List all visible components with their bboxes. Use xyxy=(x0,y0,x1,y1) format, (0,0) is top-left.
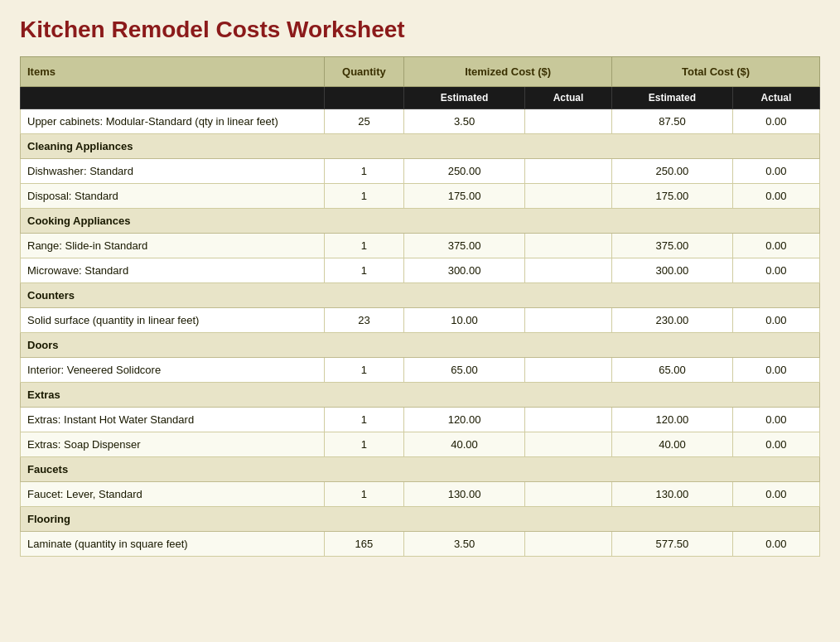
item-est-cost: 250.00 xyxy=(404,159,525,184)
item-name: Laminate (quantity in square feet) xyxy=(21,532,325,557)
item-tot-actual: 0.00 xyxy=(732,408,819,432)
header-itemized-estimated: Estimated xyxy=(404,87,525,109)
header-row-primary: Items Quantity Itemized Cost ($) Total C… xyxy=(21,57,820,87)
header-itemized-actual: Actual xyxy=(524,87,611,109)
item-tot-actual: 0.00 xyxy=(732,532,819,557)
header-blank-qty xyxy=(324,87,404,109)
item-qty: 1 xyxy=(324,234,404,258)
item-est-cost: 3.50 xyxy=(404,109,525,134)
item-actual-cost xyxy=(524,184,611,209)
category-label: Flooring xyxy=(21,507,820,532)
item-qty: 1 xyxy=(324,482,404,507)
item-est-cost: 10.00 xyxy=(404,308,525,333)
page-title: Kitchen Remodel Costs Worksheet xyxy=(20,17,820,43)
category-row: Cooking Appliances xyxy=(21,209,820,234)
item-tot-est: 175.00 xyxy=(612,184,733,209)
category-row: Doors xyxy=(21,333,820,358)
item-tot-actual: 0.00 xyxy=(732,234,819,258)
table-row: Dishwasher: Standard 1 250.00 250.00 0.0… xyxy=(21,159,820,184)
category-row: Counters xyxy=(21,283,820,308)
item-actual-cost xyxy=(524,482,611,507)
header-total-actual: Actual xyxy=(732,87,819,109)
item-actual-cost xyxy=(524,432,611,457)
category-row: Cleaning Appliances xyxy=(21,134,820,159)
table-row: Extras: Soap Dispenser 1 40.00 40.00 0.0… xyxy=(21,432,820,457)
item-actual-cost xyxy=(524,408,611,432)
category-label: Faucets xyxy=(21,457,820,482)
category-row: Faucets xyxy=(21,457,820,482)
item-est-cost: 375.00 xyxy=(404,234,525,258)
item-name: Disposal: Standard xyxy=(21,184,325,209)
table-row: Faucet: Lever, Standard 1 130.00 130.00 … xyxy=(21,482,820,507)
header-total-estimated: Estimated xyxy=(612,87,733,109)
table-row: Extras: Instant Hot Water Standard 1 120… xyxy=(21,408,820,432)
item-est-cost: 175.00 xyxy=(404,184,525,209)
item-est-cost: 40.00 xyxy=(404,432,525,457)
item-actual-cost xyxy=(524,258,611,283)
table-row: Upper cabinets: Modular-Standard (qty in… xyxy=(21,109,820,134)
item-name: Extras: Instant Hot Water Standard xyxy=(21,408,325,432)
item-tot-est: 87.50 xyxy=(612,109,733,134)
item-est-cost: 65.00 xyxy=(404,358,525,383)
table-body: Upper cabinets: Modular-Standard (qty in… xyxy=(21,109,820,557)
header-quantity: Quantity xyxy=(324,57,404,87)
item-tot-actual: 0.00 xyxy=(732,159,819,184)
item-tot-actual: 0.00 xyxy=(732,482,819,507)
item-name: Upper cabinets: Modular-Standard (qty in… xyxy=(21,109,325,134)
item-qty: 1 xyxy=(324,432,404,457)
item-name: Extras: Soap Dispenser xyxy=(21,432,325,457)
item-tot-actual: 0.00 xyxy=(732,184,819,209)
item-name: Interior: Veneered Solidcore xyxy=(21,358,325,383)
item-est-cost: 3.50 xyxy=(404,532,525,557)
category-row: Extras xyxy=(21,383,820,408)
item-name: Dishwasher: Standard xyxy=(21,159,325,184)
header-items: Items xyxy=(21,57,325,87)
item-actual-cost xyxy=(524,234,611,258)
item-qty: 1 xyxy=(324,408,404,432)
table-row: Interior: Veneered Solidcore 1 65.00 65.… xyxy=(21,358,820,383)
item-tot-est: 40.00 xyxy=(612,432,733,457)
item-actual-cost xyxy=(524,532,611,557)
item-actual-cost xyxy=(524,308,611,333)
table-row: Microwave: Standard 1 300.00 300.00 0.00 xyxy=(21,258,820,283)
item-est-cost: 300.00 xyxy=(404,258,525,283)
category-label: Counters xyxy=(21,283,820,308)
category-label: Doors xyxy=(21,333,820,358)
table-row: Range: Slide-in Standard 1 375.00 375.00… xyxy=(21,234,820,258)
category-label: Cleaning Appliances xyxy=(21,134,820,159)
item-tot-actual: 0.00 xyxy=(732,109,819,134)
item-tot-est: 250.00 xyxy=(612,159,733,184)
item-tot-est: 120.00 xyxy=(612,408,733,432)
table-row: Solid surface (quantity in linear feet) … xyxy=(21,308,820,333)
header-row-secondary: Estimated Actual Estimated Actual xyxy=(21,87,820,109)
item-est-cost: 130.00 xyxy=(404,482,525,507)
item-est-cost: 120.00 xyxy=(404,408,525,432)
item-actual-cost xyxy=(524,358,611,383)
item-name: Range: Slide-in Standard xyxy=(21,234,325,258)
item-qty: 165 xyxy=(324,532,404,557)
item-tot-est: 375.00 xyxy=(612,234,733,258)
item-tot-est: 230.00 xyxy=(612,308,733,333)
item-actual-cost xyxy=(524,159,611,184)
header-blank-items xyxy=(21,87,325,109)
page-container: Kitchen Remodel Costs Worksheet Items Qu… xyxy=(0,0,840,573)
item-tot-actual: 0.00 xyxy=(732,432,819,457)
item-qty: 1 xyxy=(324,184,404,209)
item-name: Microwave: Standard xyxy=(21,258,325,283)
item-tot-est: 65.00 xyxy=(612,358,733,383)
item-tot-actual: 0.00 xyxy=(732,258,819,283)
item-actual-cost xyxy=(524,109,611,134)
item-tot-actual: 0.00 xyxy=(732,308,819,333)
header-itemized-cost: Itemized Cost ($) xyxy=(404,57,612,87)
category-label: Cooking Appliances xyxy=(21,209,820,234)
item-name: Faucet: Lever, Standard xyxy=(21,482,325,507)
item-qty: 1 xyxy=(324,358,404,383)
item-qty: 1 xyxy=(324,258,404,283)
item-tot-est: 300.00 xyxy=(612,258,733,283)
item-tot-actual: 0.00 xyxy=(732,358,819,383)
item-name: Solid surface (quantity in linear feet) xyxy=(21,308,325,333)
category-row: Flooring xyxy=(21,507,820,532)
table-row: Laminate (quantity in square feet) 165 3… xyxy=(21,532,820,557)
item-qty: 23 xyxy=(324,308,404,333)
category-label: Extras xyxy=(21,383,820,408)
